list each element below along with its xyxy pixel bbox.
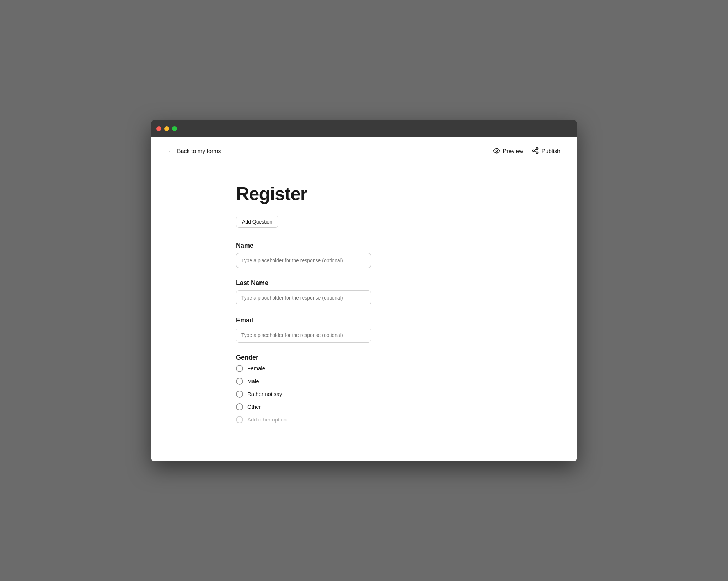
question-gender: Gender Female Male Rather not say — [236, 354, 492, 423]
close-button[interactable] — [156, 126, 161, 131]
question-email: Email — [236, 317, 492, 343]
gender-options: Female Male Rather not say Other — [236, 365, 492, 423]
question-email-label: Email — [236, 317, 492, 324]
radio-other-label: Other — [247, 404, 261, 410]
back-to-forms-link[interactable]: ← Back to my forms — [168, 147, 221, 155]
share-icon — [532, 147, 539, 156]
gender-option-female[interactable]: Female — [236, 365, 492, 372]
radio-add-other-label: Add other option — [247, 416, 287, 423]
traffic-lights — [156, 126, 177, 131]
gender-option-rather-not-say[interactable]: Rather not say — [236, 391, 492, 398]
name-input[interactable] — [236, 253, 371, 268]
email-input[interactable] — [236, 328, 371, 343]
gender-option-male[interactable]: Male — [236, 378, 492, 385]
last-name-input[interactable] — [236, 290, 371, 305]
publish-label: Publish — [542, 148, 560, 155]
back-to-forms-label: Back to my forms — [177, 148, 221, 155]
eye-icon — [493, 147, 500, 156]
radio-rather-not-say-label: Rather not say — [247, 391, 282, 397]
minimize-button[interactable] — [164, 126, 169, 131]
gender-option-add-other[interactable]: Add other option — [236, 416, 492, 423]
form-title: Register — [236, 183, 492, 204]
question-gender-label: Gender — [236, 354, 492, 361]
header-actions: Preview Publish — [493, 147, 560, 156]
add-question-button[interactable]: Add Question — [236, 216, 278, 228]
question-name: Name — [236, 242, 492, 268]
preview-label: Preview — [503, 148, 523, 155]
titlebar — [151, 120, 577, 137]
svg-line-4 — [534, 151, 536, 152]
radio-male-circle — [236, 378, 243, 385]
radio-add-other-circle — [236, 416, 243, 423]
radio-female-label: Female — [247, 365, 265, 371]
radio-rather-not-say-circle — [236, 391, 243, 398]
svg-line-5 — [534, 149, 536, 150]
question-last-name: Last Name — [236, 279, 492, 305]
back-arrow-icon: ← — [168, 147, 174, 155]
maximize-button[interactable] — [172, 126, 177, 131]
question-last-name-label: Last Name — [236, 279, 492, 287]
main-content: ← Back to my forms Preview — [151, 137, 577, 461]
radio-female-circle — [236, 365, 243, 372]
radio-other-circle — [236, 403, 243, 410]
page-header: ← Back to my forms Preview — [151, 137, 577, 166]
preview-button[interactable]: Preview — [493, 147, 523, 156]
radio-male-label: Male — [247, 378, 259, 384]
form-body: Register Add Question Name Last Name Ema… — [151, 166, 577, 461]
gender-option-other[interactable]: Other — [236, 403, 492, 410]
question-name-label: Name — [236, 242, 492, 249]
app-window: ← Back to my forms Preview — [151, 120, 577, 461]
publish-button[interactable]: Publish — [532, 147, 560, 156]
svg-point-0 — [496, 150, 497, 151]
